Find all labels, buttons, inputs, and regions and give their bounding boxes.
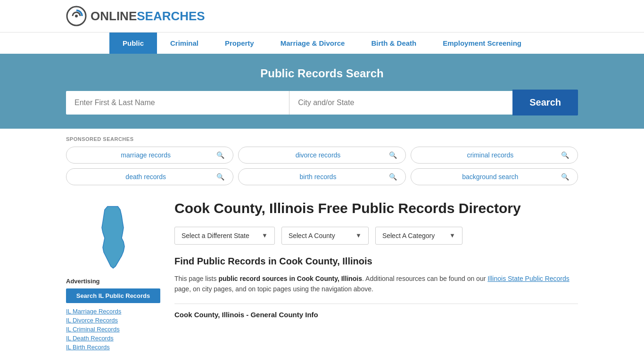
svg-point-1 bbox=[75, 15, 78, 17]
chevron-down-icon: ▼ bbox=[449, 232, 455, 239]
illinois-state-records-link[interactable]: Illinois State Public Records bbox=[487, 275, 570, 282]
section-sub-title: Cook County, Illinois - General County I… bbox=[174, 311, 578, 319]
article-title: Cook County, Illinois Free Public Record… bbox=[174, 199, 578, 217]
search-button[interactable]: Search bbox=[512, 90, 578, 115]
illinois-map-container bbox=[66, 199, 160, 270]
sidebar-link-death[interactable]: IL Death Records bbox=[66, 335, 160, 342]
main-nav: Public Criminal Property Marriage & Divo… bbox=[0, 32, 644, 54]
state-dropdown[interactable]: Select a Different State bbox=[182, 232, 259, 239]
nav-item-marriage-divorce[interactable]: Marriage & Divorce bbox=[267, 33, 358, 54]
search-il-records-button[interactable]: Search IL Public Records bbox=[66, 288, 160, 303]
nav-item-employment[interactable]: Employment Screening bbox=[429, 33, 535, 54]
header: ONLINESEARCHES bbox=[0, 0, 644, 32]
logo: ONLINESEARCHES bbox=[66, 6, 205, 26]
find-title: Find Public Records in Cook County, Illi… bbox=[174, 256, 578, 267]
pill-death-records[interactable]: death records 🔍 bbox=[66, 168, 233, 185]
search-icon: 🔍 bbox=[389, 151, 397, 159]
pill-divorce-records[interactable]: divorce records 🔍 bbox=[238, 147, 405, 164]
logo-icon bbox=[66, 6, 87, 26]
hero-section: Public Records Search Search bbox=[0, 54, 644, 129]
pill-background-search[interactable]: background search 🔍 bbox=[411, 168, 578, 185]
content-section: Advertising Search IL Public Records IL … bbox=[66, 195, 578, 353]
sidebar-link-birth[interactable]: IL Birth Records bbox=[66, 344, 160, 351]
advertising-label: Advertising bbox=[66, 278, 160, 285]
main-content: SPONSORED SEARCHES marriage records 🔍 di… bbox=[0, 129, 644, 362]
find-desc-text3: page, on city pages, and on topic pages … bbox=[174, 285, 373, 293]
illinois-map-icon bbox=[85, 204, 141, 270]
pill-text: divorce records bbox=[247, 151, 388, 159]
section-divider: Cook County, Illinois - General County I… bbox=[174, 304, 578, 319]
search-form: Search bbox=[66, 90, 578, 115]
find-description: This page lists public record sources in… bbox=[174, 273, 578, 295]
sidebar: Advertising Search IL Public Records IL … bbox=[66, 199, 160, 353]
find-desc-text1: This page lists bbox=[174, 275, 218, 282]
state-dropdown-wrapper[interactable]: Select a Different State ▼ bbox=[174, 227, 275, 245]
search-icon: 🔍 bbox=[561, 173, 569, 181]
sidebar-link-criminal[interactable]: IL Criminal Records bbox=[66, 326, 160, 333]
pill-text: criminal records bbox=[420, 151, 561, 159]
nav-item-birth-death[interactable]: Birth & Death bbox=[358, 33, 429, 54]
sidebar-link-marriage[interactable]: IL Marriage Records bbox=[66, 308, 160, 315]
search-name-input[interactable] bbox=[66, 91, 289, 115]
find-desc-bold: public record sources in Cook County, Il… bbox=[218, 275, 362, 282]
sidebar-link-divorce[interactable]: IL Divorce Records bbox=[66, 317, 160, 324]
pill-text: birth records bbox=[247, 173, 388, 181]
find-desc-text2: . Additional resources can be found on o… bbox=[362, 275, 487, 282]
pill-text: death records bbox=[75, 173, 216, 181]
pill-marriage-records[interactable]: marriage records 🔍 bbox=[66, 147, 233, 164]
logo-text: ONLINESEARCHES bbox=[91, 9, 205, 24]
pill-criminal-records[interactable]: criminal records 🔍 bbox=[411, 147, 578, 164]
county-dropdown-wrapper[interactable]: Select A County ▼ bbox=[281, 227, 369, 245]
main-article: Cook County, Illinois Free Public Record… bbox=[174, 199, 578, 353]
chevron-down-icon: ▼ bbox=[262, 232, 268, 239]
search-icon: 🔍 bbox=[216, 173, 224, 181]
category-dropdown[interactable]: Select A Category bbox=[382, 232, 446, 239]
search-icon: 🔍 bbox=[389, 173, 397, 181]
sponsored-label: SPONSORED SEARCHES bbox=[66, 129, 578, 142]
nav-item-public[interactable]: Public bbox=[109, 33, 157, 54]
search-icon: 🔍 bbox=[561, 151, 569, 159]
nav-item-property[interactable]: Property bbox=[212, 33, 267, 54]
pill-text: background search bbox=[420, 173, 561, 181]
nav-item-criminal[interactable]: Criminal bbox=[157, 33, 212, 54]
search-icon: 🔍 bbox=[216, 151, 224, 159]
county-dropdown[interactable]: Select A County bbox=[289, 232, 353, 239]
hero-title: Public Records Search bbox=[66, 67, 578, 80]
pill-text: marriage records bbox=[75, 151, 216, 159]
sponsored-pills: marriage records 🔍 divorce records 🔍 cri… bbox=[66, 147, 578, 185]
dropdown-row: Select a Different State ▼ Select A Coun… bbox=[174, 227, 578, 245]
pill-birth-records[interactable]: birth records 🔍 bbox=[238, 168, 405, 185]
chevron-down-icon: ▼ bbox=[355, 232, 362, 239]
category-dropdown-wrapper[interactable]: Select A Category ▼ bbox=[375, 227, 462, 245]
search-location-input[interactable] bbox=[289, 91, 512, 115]
